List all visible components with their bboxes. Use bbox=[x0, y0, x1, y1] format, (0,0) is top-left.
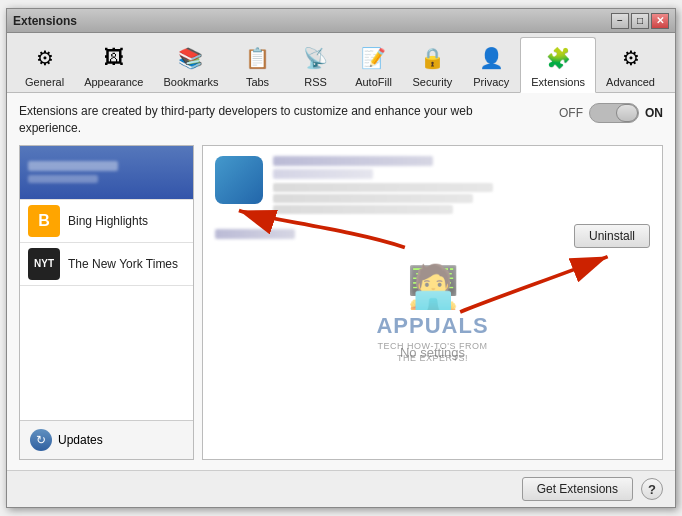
uninstall-button[interactable]: Uninstall bbox=[574, 224, 650, 248]
minimize-button[interactable]: − bbox=[611, 13, 629, 29]
toggle-off-label: OFF bbox=[559, 106, 583, 120]
right-icon-area bbox=[215, 156, 650, 216]
right-desc-line2 bbox=[273, 194, 473, 203]
advanced-icon: ⚙ bbox=[615, 42, 647, 74]
autofill-icon: 📝 bbox=[358, 42, 390, 74]
right-desc-line1 bbox=[273, 183, 493, 192]
right-title-blurred bbox=[273, 156, 433, 166]
main-panel: B Bing Highlights NYT The New York Times… bbox=[19, 145, 663, 460]
general-icon: ⚙ bbox=[29, 42, 61, 74]
tab-general-label: General bbox=[25, 76, 64, 88]
uninstall-row: Uninstall bbox=[215, 224, 650, 248]
get-extensions-button[interactable]: Get Extensions bbox=[522, 477, 633, 501]
window-controls: − □ ✕ bbox=[611, 13, 669, 29]
tab-advanced[interactable]: ⚙ Advanced bbox=[596, 38, 665, 92]
close-button[interactable]: ✕ bbox=[651, 13, 669, 29]
tab-autofill-label: AutoFill bbox=[355, 76, 392, 88]
tab-rss-label: RSS bbox=[304, 76, 327, 88]
no-settings-label: No settings bbox=[400, 345, 465, 360]
tab-tabs[interactable]: 📋 Tabs bbox=[229, 38, 287, 92]
privacy-icon: 👤 bbox=[475, 42, 507, 74]
tab-rss[interactable]: 📡 RSS bbox=[287, 38, 345, 92]
tab-appearance[interactable]: 🖼 Appearance bbox=[74, 38, 153, 92]
tab-extensions[interactable]: 🧩 Extensions bbox=[520, 37, 596, 93]
tab-appearance-label: Appearance bbox=[84, 76, 143, 88]
maximize-button[interactable]: □ bbox=[631, 13, 649, 29]
toggle-switch[interactable] bbox=[589, 103, 639, 123]
extensions-icon: 🧩 bbox=[542, 42, 574, 74]
bookmarks-icon: 📚 bbox=[175, 42, 207, 74]
tab-tabs-label: Tabs bbox=[246, 76, 269, 88]
extensions-window: Extensions − □ ✕ ⚙ General 🖼 Appearance … bbox=[6, 8, 676, 508]
bing-name: Bing Highlights bbox=[68, 214, 148, 228]
rss-icon: 📡 bbox=[300, 42, 332, 74]
description-row: Extensions are created by third-party de… bbox=[19, 103, 663, 137]
right-panel: Uninstall No settings 🧑‍💻 APPUALS TECH H… bbox=[202, 145, 663, 460]
bing-icon: B bbox=[28, 205, 60, 237]
right-ext-icon bbox=[215, 156, 263, 204]
no-settings-area: No settings bbox=[215, 256, 650, 449]
title-bar: Extensions − □ ✕ bbox=[7, 9, 675, 33]
updates-label: Updates bbox=[58, 433, 103, 447]
updates-icon: ↻ bbox=[30, 429, 52, 451]
tab-autofill[interactable]: 📝 AutoFill bbox=[345, 38, 403, 92]
right-subtitle-blurred bbox=[273, 169, 373, 179]
nyt-name: The New York Times bbox=[68, 257, 178, 271]
security-icon: 🔒 bbox=[416, 42, 448, 74]
right-ext-info bbox=[273, 156, 650, 216]
tab-privacy[interactable]: 👤 Privacy bbox=[462, 38, 520, 92]
tab-security-label: Security bbox=[413, 76, 453, 88]
nyt-icon: NYT bbox=[28, 248, 60, 280]
tab-advanced-label: Advanced bbox=[606, 76, 655, 88]
bottom-bar: Get Extensions ? bbox=[7, 470, 675, 507]
left-panel: B Bing Highlights NYT The New York Times… bbox=[19, 145, 194, 460]
extension-name-blurred bbox=[215, 229, 295, 239]
content-area: Extensions are created by third-party de… bbox=[7, 93, 675, 470]
window-title: Extensions bbox=[13, 14, 77, 28]
tab-extensions-label: Extensions bbox=[531, 76, 585, 88]
toggle-on-label: ON bbox=[645, 106, 663, 120]
toolbar: ⚙ General 🖼 Appearance 📚 Bookmarks 📋 Tab… bbox=[7, 33, 675, 93]
nyt-item[interactable]: NYT The New York Times bbox=[20, 243, 193, 286]
appearance-icon: 🖼 bbox=[98, 42, 130, 74]
tabs-icon: 📋 bbox=[242, 42, 274, 74]
description-text: Extensions are created by third-party de… bbox=[19, 103, 499, 137]
tab-bookmarks-label: Bookmarks bbox=[163, 76, 218, 88]
tab-security[interactable]: 🔒 Security bbox=[403, 38, 463, 92]
updates-row[interactable]: ↻ Updates bbox=[20, 420, 193, 459]
toggle-row: OFF ON bbox=[559, 103, 663, 123]
right-desc-line3 bbox=[273, 205, 453, 214]
tab-general[interactable]: ⚙ General bbox=[15, 38, 74, 92]
selected-extension-item[interactable] bbox=[20, 146, 193, 200]
tab-privacy-label: Privacy bbox=[473, 76, 509, 88]
tab-bookmarks[interactable]: 📚 Bookmarks bbox=[153, 38, 228, 92]
toggle-thumb bbox=[616, 104, 638, 122]
bing-highlights-item[interactable]: B Bing Highlights bbox=[20, 200, 193, 243]
help-button[interactable]: ? bbox=[641, 478, 663, 500]
